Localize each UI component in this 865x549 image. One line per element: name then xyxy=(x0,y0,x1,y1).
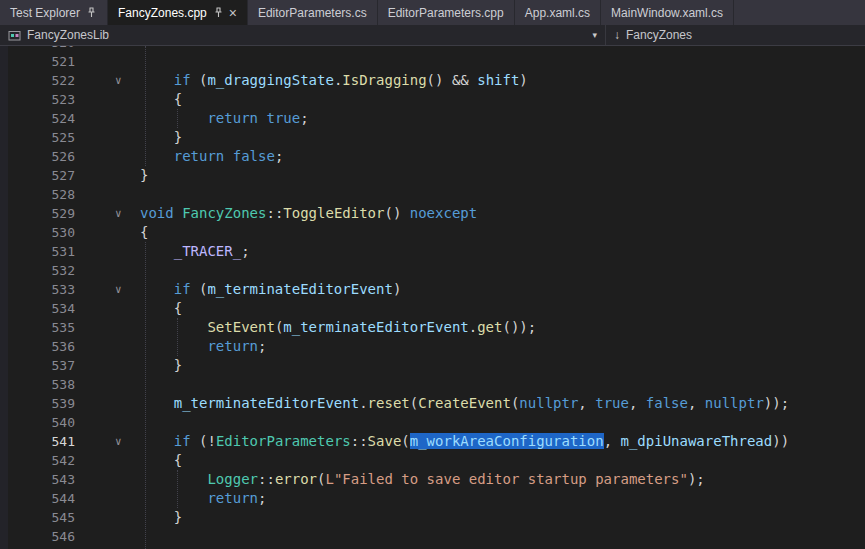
code-line[interactable]: 535 SetEvent(m_terminateEditorEvent.get(… xyxy=(0,318,865,337)
code-text: if (m_terminateEditorEvent) xyxy=(140,280,401,299)
line-number[interactable]: 528 xyxy=(0,185,75,204)
code-line[interactable]: 526 return false; xyxy=(0,147,865,166)
code-line[interactable]: 534 { xyxy=(0,299,865,318)
code-text: Logger::error(L"Failed to save editor st… xyxy=(140,470,705,489)
line-number[interactable]: 526 xyxy=(0,147,75,166)
token: , xyxy=(604,433,621,449)
line-number[interactable]: 546 xyxy=(0,527,75,546)
project-dropdown[interactable]: FancyZonesLib ▾ xyxy=(0,25,606,45)
code-line[interactable]: 545 } xyxy=(0,508,865,527)
line-number[interactable]: 521 xyxy=(0,52,75,71)
fold-margin xyxy=(75,299,140,318)
token: ( xyxy=(410,395,418,411)
pin-icon[interactable] xyxy=(86,7,97,18)
fold-margin xyxy=(75,242,140,261)
code-line[interactable]: 542 { xyxy=(0,451,865,470)
line-number[interactable]: 525 xyxy=(0,128,75,147)
vs-editor-window: Test ExplorerFancyZones.cpp×EditorParame… xyxy=(0,0,865,549)
token: SetEvent xyxy=(207,319,274,335)
line-number[interactable]: 524 xyxy=(0,109,75,128)
code-line[interactable]: 528 xyxy=(0,185,865,204)
line-number[interactable]: 527 xyxy=(0,166,75,185)
code-line[interactable]: 544 return; xyxy=(0,489,865,508)
code-line[interactable]: 546 xyxy=(0,527,865,546)
tab-label: EditorParameters.cs xyxy=(258,6,367,20)
line-number[interactable]: 544 xyxy=(0,489,75,508)
code-line[interactable]: 536 return; xyxy=(0,337,865,356)
code-line[interactable]: 530{ xyxy=(0,223,865,242)
line-number[interactable]: 533 xyxy=(0,280,75,299)
code-line[interactable]: 529∨void FancyZones::ToggleEditor() noex… xyxy=(0,204,865,223)
tab-test-explorer[interactable]: Test Explorer xyxy=(0,0,108,25)
line-number[interactable]: 542 xyxy=(0,451,75,470)
code-line[interactable]: 527} xyxy=(0,166,865,185)
code-line[interactable]: 523 { xyxy=(0,90,865,109)
token: :: xyxy=(351,433,368,449)
tab-mainwindow-xaml-cs[interactable]: MainWindow.xaml.cs xyxy=(601,0,734,25)
line-number[interactable]: 532 xyxy=(0,261,75,280)
code-line[interactable]: 537 } xyxy=(0,356,865,375)
token xyxy=(140,433,174,449)
token: ; xyxy=(258,338,266,354)
token: noexcept xyxy=(410,205,477,221)
fold-chevron-icon[interactable]: ∨ xyxy=(115,204,122,223)
navigation-bar: FancyZonesLib ▾ ↓ FancyZones xyxy=(0,25,865,46)
fold-chevron-icon[interactable]: ∨ xyxy=(115,280,122,299)
line-number[interactable]: 540 xyxy=(0,413,75,432)
line-number[interactable]: 534 xyxy=(0,299,75,318)
fold-chevron-icon[interactable]: ∨ xyxy=(115,432,122,451)
code-line[interactable]: 532 xyxy=(0,261,865,280)
line-number[interactable]: 539 xyxy=(0,394,75,413)
line-number[interactable]: 536 xyxy=(0,337,75,356)
code-line[interactable]: 522∨ if (m_draggingState.IsDragging() &&… xyxy=(0,71,865,90)
scope-dropdown[interactable]: ↓ FancyZones xyxy=(606,25,700,45)
line-number[interactable]: 531 xyxy=(0,242,75,261)
code-line[interactable]: 533∨ if (m_terminateEditorEvent) xyxy=(0,280,865,299)
token: ) xyxy=(393,281,401,297)
code-line[interactable]: 538 xyxy=(0,375,865,394)
code-line[interactable]: 539 m_terminateEditorEvent.reset(CreateE… xyxy=(0,394,865,413)
line-number[interactable]: 530 xyxy=(0,223,75,242)
fold-margin: ∨ xyxy=(75,280,140,299)
line-number[interactable]: 541 xyxy=(0,432,75,451)
code-editor[interactable]: 520521522∨ if (m_draggingState.IsDraggin… xyxy=(0,46,865,549)
tab-label: App.xaml.cs xyxy=(525,6,590,20)
tab-editorparameters-cs[interactable]: EditorParameters.cs xyxy=(248,0,378,25)
code-line[interactable]: 521 xyxy=(0,52,865,71)
code-text: return true; xyxy=(140,109,309,128)
code-line[interactable]: 541∨ if (!EditorParameters::Save(m_workA… xyxy=(0,432,865,451)
token xyxy=(140,281,174,297)
pin-icon[interactable] xyxy=(213,7,224,18)
tab-editorparameters-cpp[interactable]: EditorParameters.cpp xyxy=(378,0,515,25)
line-number[interactable]: 522 xyxy=(0,71,75,90)
token: } xyxy=(140,357,182,373)
line-number[interactable]: 545 xyxy=(0,508,75,527)
line-number[interactable]: 537 xyxy=(0,356,75,375)
token: ) xyxy=(519,72,527,88)
tab-app-xaml-cs[interactable]: App.xaml.cs xyxy=(515,0,601,25)
fold-margin xyxy=(75,109,140,128)
code-line[interactable]: 525 } xyxy=(0,128,865,147)
line-number[interactable]: 529 xyxy=(0,204,75,223)
code-line[interactable]: 543 Logger::error(L"Failed to save edito… xyxy=(0,470,865,489)
token: shift xyxy=(477,72,519,88)
scope-dropdown-label: FancyZones xyxy=(626,28,692,42)
fold-margin xyxy=(75,508,140,527)
fold-margin xyxy=(75,470,140,489)
fold-margin xyxy=(75,489,140,508)
code-line[interactable]: 540 xyxy=(0,413,865,432)
line-number[interactable]: 538 xyxy=(0,375,75,394)
line-number[interactable]: 523 xyxy=(0,90,75,109)
code-text: { xyxy=(140,299,182,318)
line-number[interactable]: 535 xyxy=(0,318,75,337)
line-number[interactable]: 543 xyxy=(0,470,75,489)
close-icon[interactable]: × xyxy=(229,6,237,20)
token: { xyxy=(140,91,182,107)
code-text: } xyxy=(140,356,182,375)
token: FancyZones xyxy=(182,205,266,221)
code-line[interactable]: 524 return true; xyxy=(0,109,865,128)
token: error xyxy=(275,471,317,487)
tab-fancyzones-cpp[interactable]: FancyZones.cpp× xyxy=(108,0,248,25)
code-line[interactable]: 531 _TRACER_; xyxy=(0,242,865,261)
fold-chevron-icon[interactable]: ∨ xyxy=(115,71,122,90)
